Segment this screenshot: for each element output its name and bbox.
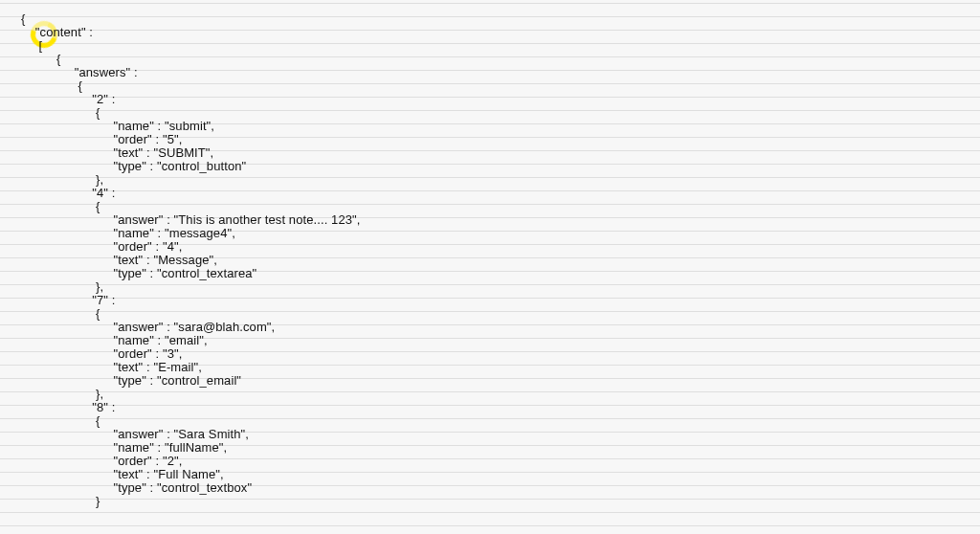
json-content: { "content" : [ { "answers" : { "2" : { … <box>21 12 974 508</box>
lined-paper-background: { "content" : [ { "answers" : { "2" : { … <box>0 0 980 534</box>
